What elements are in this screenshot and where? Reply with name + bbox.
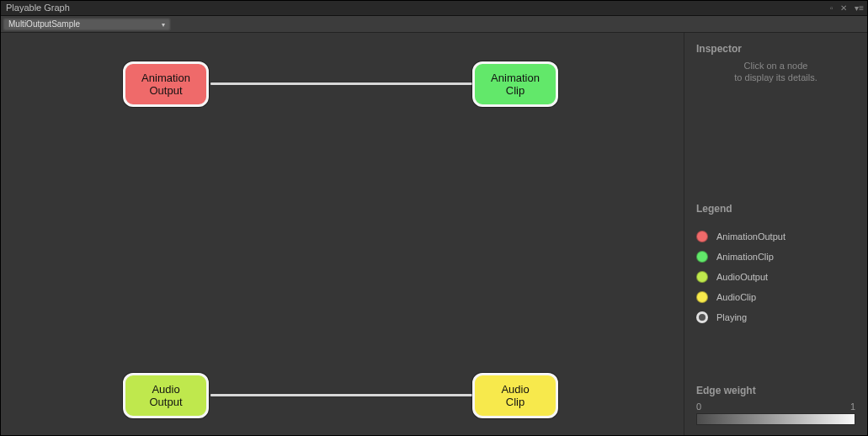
legend-item-label: AudioOutput: [716, 272, 768, 282]
legend-color-icon: [696, 251, 708, 263]
graph-canvas[interactable]: Animation OutputAnimation ClipAudio Outp…: [1, 33, 684, 435]
graph-node-anim-clip[interactable]: Animation Clip: [472, 61, 558, 107]
legend-color-icon: [696, 231, 708, 242]
legend-item: AudioClip: [684, 287, 867, 307]
legend-color-icon: [696, 291, 708, 303]
legend-ring-icon: [696, 311, 708, 323]
legend-item: AnimationClip: [684, 247, 867, 267]
legend-item-label: Playing: [716, 312, 747, 322]
window-buttons: ▫ ✕ ▾≡: [828, 2, 864, 15]
edge-weight-section: Edge weight 0 1: [696, 385, 855, 425]
edge-weight-gradient: [696, 413, 855, 425]
graph-edge: [210, 82, 472, 85]
legend-item-label: AudioClip: [716, 292, 756, 302]
graph-node-anim-output[interactable]: Animation Output: [123, 61, 209, 107]
legend-item: AudioOutput: [684, 267, 867, 287]
window-menu-icon[interactable]: ▾≡: [855, 3, 864, 13]
inspector-hint-line2: to display its details.: [684, 72, 867, 83]
side-panel: Inspector Click on a node to display its…: [684, 33, 867, 435]
inspector-title: Inspector: [696, 43, 867, 55]
chevron-down-icon: ▾: [162, 21, 165, 29]
legend-item: Playing: [684, 307, 867, 327]
window-titlebar: Playable Graph ▫ ✕ ▾≡: [1, 1, 867, 16]
legend-title: Legend: [696, 203, 867, 215]
graph-node-audio-output[interactable]: Audio Output: [123, 373, 209, 418]
legend-item: AnimationOutput: [684, 226, 867, 247]
window-min-icon[interactable]: ▫: [830, 3, 835, 13]
toolbar: MultiOutputSample ▾: [1, 16, 867, 33]
legend-item-label: AnimationOutput: [716, 231, 785, 242]
legend-list: AnimationOutputAnimationClipAudioOutputA…: [684, 226, 867, 327]
graph-node-audio-clip[interactable]: Audio Clip: [472, 373, 558, 418]
inspector-hint-line1: Click on a node: [684, 60, 867, 72]
edge-weight-max: 1: [850, 401, 855, 412]
edge-weight-min: 0: [696, 401, 701, 412]
inspector-hint: Click on a node to display its details.: [684, 60, 867, 83]
graph-edge: [210, 394, 472, 396]
window-close-icon[interactable]: ✕: [840, 3, 849, 13]
graph-select-value: MultiOutputSample: [8, 19, 80, 29]
window-title: Playable Graph: [6, 3, 70, 13]
graph-select-dropdown[interactable]: MultiOutputSample ▾: [3, 18, 171, 31]
edge-weight-title: Edge weight: [696, 385, 855, 396]
edge-weight-labels: 0 1: [696, 401, 855, 412]
legend-item-label: AnimationClip: [716, 252, 774, 262]
legend-color-icon: [696, 271, 708, 283]
